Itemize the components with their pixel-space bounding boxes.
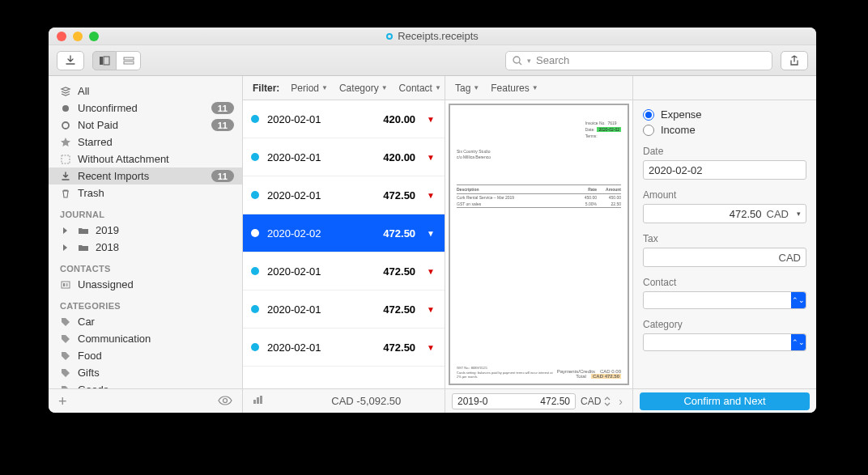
tag-icon [60,333,71,345]
filter-category[interactable]: Category ▼ [339,83,388,94]
svg-rect-1 [104,57,109,65]
radio-expense[interactable] [643,109,654,121]
chevron-down-icon: ▼ [435,84,441,91]
toolbar: ▾ Search [49,45,816,76]
radio-income[interactable] [643,125,654,136]
stepper-icon [604,397,611,406]
sidebar-item-without-attachment[interactable]: Without Attachment [49,151,242,168]
sidebar: AllUnconfirmed11Not Paid11StarredWithout… [49,76,243,413]
contacts-header: CONTACTS [49,256,242,276]
confirm-next-button[interactable]: Confirm and Next [640,392,810,410]
category-item-goods[interactable]: Goods [49,381,242,388]
svg-rect-3 [124,61,134,64]
category-label: Gifts [78,367,100,379]
filter-period[interactable]: Period ▼ [291,83,328,94]
sidebar-item-all[interactable]: All [49,83,242,100]
disclosure-icon [60,242,71,253]
caret-down-icon: ▼ [427,115,435,124]
category-label: Food [78,350,102,362]
eye-icon [218,396,232,405]
share-icon [789,55,799,66]
date-value: 2020-02-02 [649,164,703,176]
chevron-updown-icon: ⌃⌄ [791,334,806,350]
currency-stepper[interactable]: CAD [581,396,611,407]
svg-rect-0 [100,57,103,65]
journal-item-2018[interactable]: 2018 [49,239,242,256]
entry-row[interactable]: 2020-02-01472.50▼ [243,291,445,329]
income-label: Income [661,124,696,136]
entries-footer: CAD -5,092.50 [243,388,445,413]
stats-button[interactable] [253,395,264,407]
date-label: Date [643,146,806,157]
sidebar-item-recent-imports[interactable]: Recent Imports11 [49,168,242,184]
filter-contact[interactable]: Contact ▼ [399,83,441,94]
caret-down-icon: ▼ [427,153,435,162]
visibility-button[interactable] [218,394,232,408]
entry-date: 2020-02-01 [267,189,340,201]
sidebar-item-unconfirmed[interactable]: Unconfirmed11 [49,100,242,117]
chevron-updown-icon: ⌃⌄ [791,292,806,308]
circle-icon [60,103,71,114]
category-item-communication[interactable]: Communication [49,330,242,347]
entry-date: 2020-02-01 [267,303,340,316]
view-list-button[interactable] [92,51,117,70]
expense-label: Expense [661,108,702,121]
sidebar-item-trash[interactable]: Trash [49,184,242,201]
type-income-row[interactable]: Income [643,124,806,136]
caret-down-icon: ▼ [427,343,435,352]
entry-amount: 472.50 [383,227,415,240]
add-button[interactable]: + [58,394,67,409]
share-button[interactable] [781,51,808,70]
view-grid-button[interactable] [117,51,141,70]
sidebar-item-not-paid[interactable]: Not Paid11 [49,117,242,134]
amount-label: Amount [643,189,806,201]
chevron-down-icon: ▼ [321,84,328,91]
filter-features[interactable]: Features ▼ [491,83,538,94]
category-item-car[interactable]: Car [49,313,242,330]
tax-currency: CAD [779,252,801,264]
footer-date-amount-input[interactable]: 2019-0 472.50 [452,393,576,409]
entry-row[interactable]: 2020-02-01472.50▼ [243,329,445,367]
badge: 11 [211,119,234,131]
caret-down-icon: ▼ [427,305,435,314]
entry-row[interactable]: 2020-02-01472.50▼ [243,252,445,291]
filter-bar-extra: Tag ▼Features ▼ [445,76,632,100]
entries-panel: Filter:Period ▼Category ▼Contact ▼ 2020-… [243,76,445,413]
contact-icon [60,279,71,291]
import-button[interactable] [57,51,84,70]
svg-rect-16 [260,396,262,404]
date-input[interactable]: 2020-02-02 [643,160,806,180]
entry-row[interactable]: 2020-02-01420.00▼ [243,138,445,176]
svg-rect-8 [62,155,70,163]
svg-rect-14 [253,400,256,404]
tax-input[interactable]: CAD [643,248,806,267]
entry-date: 2020-02-02 [267,227,340,240]
document-preview[interactable]: Invoice No. 7619 Date: 2020-02-02 Terms:… [449,104,629,385]
category-select[interactable]: ⌃⌄ [643,333,806,351]
svg-point-6 [62,105,69,112]
amount-input[interactable]: 472.50 CAD ▾ [643,204,806,223]
entry-row[interactable]: 2020-02-01420.00▼ [243,100,445,138]
ring-icon [60,120,71,131]
category-item-food[interactable]: Food [49,347,242,364]
doc-footer: GST No.: 808970125 Cards setting: balanc… [457,366,621,379]
status-dot-icon [251,305,259,313]
sidebar-item-starred[interactable]: Starred [49,134,242,151]
entry-row[interactable]: 2020-02-01472.50▼ [243,176,445,214]
type-expense-row[interactable]: Expense [643,108,806,121]
category-item-gifts[interactable]: Gifts [49,364,242,381]
contact-select[interactable]: ⌃⌄ [643,291,806,309]
search-input[interactable]: ▾ Search [505,51,772,70]
journal-item-2019[interactable]: 2019 [49,222,242,239]
contact-item-unassigned[interactable]: Unassigned [49,276,242,293]
filter-tag[interactable]: Tag ▼ [455,83,479,94]
entry-amount: 472.50 [383,303,415,316]
sidebar-item-label: Without Attachment [78,153,169,165]
footer-amount-value: 472.50 [540,396,570,407]
next-page-button[interactable]: › [615,395,626,408]
entry-date: 2020-02-01 [267,151,340,163]
folder-icon [78,242,89,253]
view-mode-segment [92,51,141,70]
chevron-down-icon: ▾ [797,210,801,218]
entry-row[interactable]: 2020-02-02472.50▼ [243,214,445,252]
